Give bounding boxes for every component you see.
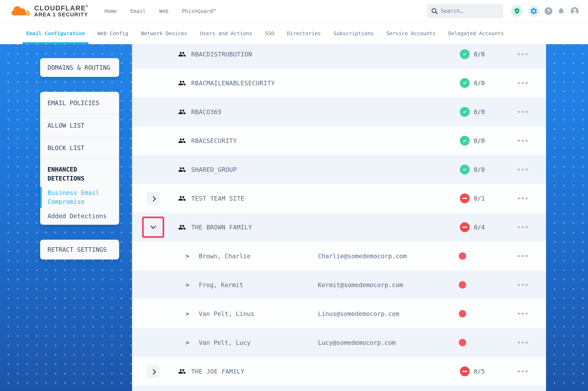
tab-web-config[interactable]: Web Config: [97, 22, 128, 44]
group-icon: [178, 79, 186, 87]
search-input[interactable]: [427, 4, 503, 18]
table-row-group: RBACMAILENABLESECURITY0/0: [132, 69, 546, 97]
header-nav-phishguard[interactable]: PhishGuard™: [182, 8, 216, 14]
chevron-right-icon[interactable]: >: [186, 339, 189, 346]
row-menu-button[interactable]: [518, 140, 528, 142]
user-avatar-icon[interactable]: [570, 6, 580, 16]
group-icon: [178, 108, 186, 116]
page-background: DOMAINS & ROUTING EMAIL POLICIESALLOW LI…: [0, 44, 588, 391]
member-count: 0/0: [474, 137, 485, 144]
table-row-group: TEST TEAM SITE0/1: [132, 184, 546, 213]
table-row-group: THE BROWN FAMILY0/4: [132, 213, 546, 242]
sidebar-item-email-policies[interactable]: EMAIL POLICIES: [40, 92, 119, 114]
row-menu-button[interactable]: [518, 197, 528, 199]
sidebar-item-block-list[interactable]: BLOCK LIST: [40, 137, 119, 159]
member-count: 0/0: [474, 79, 485, 87]
table-row-group: RBACO3650/0: [132, 97, 546, 126]
row-menu-button[interactable]: [518, 82, 528, 84]
chevron-right-icon[interactable]: >: [186, 253, 189, 260]
cloudflare-logo[interactable]: CLOUDFLARE® AREA 1 SECURITY: [9, 4, 88, 18]
group-name: RBACMAILENABLESECURITY: [191, 79, 275, 87]
member-email: Charlie@somedemocorp.com: [318, 252, 407, 260]
status-blocked-icon: [460, 367, 470, 376]
table-row-member: >Van Pelt, LucyLucy@somedemocorp.com: [132, 328, 546, 357]
header-icon-cluster: ?: [511, 5, 580, 17]
shield-check-icon[interactable]: [511, 5, 523, 17]
search-icon: [431, 7, 438, 15]
email-policies-card: EMAIL POLICIESALLOW LISTBLOCK LIST ENHAN…: [40, 92, 119, 225]
table-row-group: RBACSECURITY0/0: [132, 126, 546, 155]
table-row-member: >Frog, KermitKermit@somedemocorp.com: [132, 270, 546, 299]
row-menu-button[interactable]: [518, 313, 528, 315]
status-ok-icon: [460, 136, 470, 146]
member-email: Linus@somedemocorp.com: [318, 310, 399, 317]
row-menu-button[interactable]: [518, 370, 528, 372]
header-nav-web[interactable]: Web: [159, 8, 168, 14]
group-icon: [178, 50, 186, 58]
sidebar-item-retract-settings[interactable]: RETRACT SETTINGS: [40, 240, 119, 260]
expand-button[interactable]: [147, 365, 160, 378]
sidebar-item-label: RETRACT SETTINGS: [47, 246, 107, 253]
member-status-dot-icon: [459, 310, 466, 317]
header-nav-home[interactable]: Home: [104, 8, 117, 14]
row-menu-button[interactable]: [518, 169, 528, 171]
expand-button[interactable]: [147, 192, 160, 205]
highlight-box: [142, 216, 164, 238]
tab-delegated-accounts[interactable]: Delegated Accounts: [448, 22, 504, 44]
policy-items: EMAIL POLICIESALLOW LISTBLOCK LIST: [40, 92, 119, 159]
tab-directories[interactable]: Directories: [287, 22, 321, 44]
group-name: SHARED_GROUP: [191, 166, 237, 173]
group-name: TEST TEAM SITE: [191, 195, 244, 202]
sidebar-item-domains-routing[interactable]: DOMAINS & ROUTING: [40, 58, 119, 77]
sidebar-item-allow-list[interactable]: ALLOW LIST: [40, 114, 119, 137]
chevron-right-icon[interactable]: >: [186, 310, 189, 317]
group-icon: [178, 223, 186, 231]
member-name: Brown, Charlie: [199, 252, 251, 260]
member-count: 0/1: [474, 195, 485, 202]
table-row-group: SHARED_GROUP0/0: [132, 155, 546, 184]
group-icon: [178, 368, 186, 375]
group-icon: [178, 195, 186, 202]
chevron-right-icon[interactable]: >: [186, 281, 189, 288]
tab-users-and-actions[interactable]: Users and Actions: [200, 22, 252, 44]
sidebar-item-business-email-compromise[interactable]: Business Email Compromise: [47, 188, 112, 206]
status-ok-icon: [460, 165, 470, 175]
row-menu-button[interactable]: [518, 226, 528, 228]
table-row-member: >Van Pelt, LinusLinus@somedemocorp.com: [132, 299, 546, 328]
enhanced-items: Business Email CompromiseAdded Detection…: [47, 188, 112, 221]
gear-icon[interactable]: [528, 5, 540, 17]
search-box: [427, 4, 503, 18]
row-menu-button[interactable]: [518, 111, 528, 113]
tab-sso[interactable]: SSO: [265, 22, 274, 44]
group-icon: [178, 137, 186, 145]
tab-network-devices[interactable]: Network Devices: [141, 22, 187, 44]
tab-service-accounts[interactable]: Service Accounts: [386, 22, 436, 44]
group-name: RBACDISTRUBUTION: [191, 51, 252, 58]
member-status-dot-icon: [459, 252, 466, 260]
member-name: Van Pelt, Linus: [199, 310, 254, 317]
tab-email-configuration[interactable]: Email Configuration: [26, 22, 85, 44]
table-row-filler: [132, 386, 546, 391]
help-icon[interactable]: ?: [545, 7, 552, 15]
table-row-group: RBACDISTRUBUTION0/0: [132, 44, 546, 69]
member-email: Kermit@somedemocorp.com: [318, 281, 403, 288]
member-status-dot-icon: [459, 339, 466, 346]
tab-subscriptions[interactable]: Subscriptions: [333, 22, 374, 44]
row-menu-button[interactable]: [518, 284, 528, 286]
member-count: 0/5: [474, 368, 485, 375]
member-count: 0/0: [474, 166, 485, 173]
status-ok-icon: [460, 49, 470, 59]
group-icon: [178, 166, 186, 173]
registered-mark: ®: [86, 4, 88, 8]
group-name: RBACSECURITY: [191, 137, 237, 144]
group-name: RBACO365: [191, 108, 222, 115]
row-menu-button[interactable]: [518, 255, 528, 257]
row-menu-button[interactable]: [518, 342, 528, 344]
sidebar-item-added-detections[interactable]: Added Detections: [47, 212, 112, 221]
table-row-group: THE JOE FAMILY0/5: [132, 357, 546, 386]
brand-subtitle: AREA 1 SECURITY: [34, 12, 88, 18]
header-nav-email[interactable]: Email: [130, 8, 146, 14]
row-menu-button[interactable]: [518, 53, 528, 55]
bell-icon[interactable]: [557, 7, 565, 15]
group-name: THE BROWN FAMILY: [191, 223, 252, 231]
